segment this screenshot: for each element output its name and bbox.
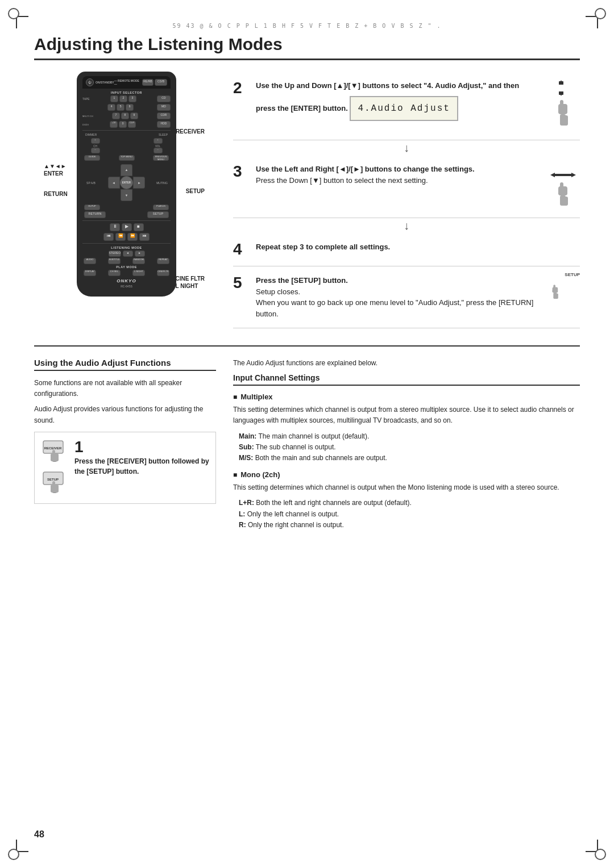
power-btn[interactable]: ⏻ [86,78,94,86]
btn-5[interactable]: 5 [117,104,125,111]
btn-6[interactable]: 6 [126,104,134,111]
row-456-md: X 4 5 6 MD [82,104,171,111]
btn-fwd[interactable]: ⏩ [127,233,138,241]
svg-rect-11 [555,174,571,176]
re-rb-btn[interactable]: RE/RB [142,79,154,86]
svg-rect-6 [560,100,563,108]
transport-row2: ⏮ ⏪ ⏩ ⏭ [82,233,171,241]
btn-pause[interactable]: ⏸ [110,223,120,231]
step-3-normal: Press the Down [▼] button to select the … [256,176,428,185]
ms-setting: M/S: Both the main and sub channels are … [233,453,580,464]
btn-lm-next[interactable]: ► [135,251,145,257]
btn-dpad-left[interactable]: ◄ [108,177,120,189]
listening-mode-label: LISTENING MODE [82,246,171,249]
page-title: Adjusting the Listening Modes [34,35,580,60]
hand-setup-icon [546,275,565,309]
btn-vol-up[interactable]: + [154,138,163,144]
svg-rect-26 [52,450,55,456]
btn-next[interactable]: ⏭ [139,233,150,241]
btn-cd[interactable]: CD [157,95,171,102]
muting-label: MUTING [154,181,171,185]
btn-3[interactable]: 3 [128,95,136,102]
step-1-icons: RECEIVER SETUP [40,438,69,498]
btn-guide[interactable]: GUIDE [84,155,100,161]
btn-ch-up[interactable]: + [91,138,100,144]
remote-model: RC-645S [82,285,171,288]
audio-subtitle-row: AUDIO SUBTITLE RANDOM REPEAT [82,258,171,264]
step-4-content: Repeat step 3 to complete all settings. [256,241,580,253]
btn-lm-prev[interactable]: ◄ [123,251,133,257]
btn-9[interactable]: 9 [130,112,138,119]
btn-stop[interactable]: ■ [134,223,144,231]
btn-plus10[interactable]: +10 [110,121,118,128]
btn-night[interactable]: L NIGHT [132,270,145,276]
btn-chsel[interactable]: CH SEL [108,270,121,276]
btn-2[interactable]: 2 [119,95,127,102]
step-5-text: Press the [SETUP] button. Setup closes. … [256,275,537,319]
hand-enter-icon [547,80,579,131]
svg-rect-31 [52,481,55,487]
r-label: R: [239,521,246,529]
cd-b-btn[interactable]: CD/B [155,79,167,86]
main-text: The main channel is output (default). [258,432,369,440]
btn-ch-down[interactable]: – [91,148,100,153]
main-layout: ▲▼◄► ENTER RETURN RECEIVER SETUP CINE FL… [34,72,580,328]
lr-text: Both the left and right channels are out… [256,499,412,507]
separator-2 [82,220,171,221]
step-3-4-arrow: ↓ [233,218,580,233]
step-3: 3 Use the Left and Right [◄]/[►] buttons… [233,155,580,218]
btn-top-menu[interactable]: TOP MENU [119,155,135,161]
btn-hdd[interactable]: HDD [157,121,171,128]
step-2-icon [546,80,580,131]
step-1-block: RECEIVER SETUP 1 Press the [34,432,216,504]
lcd-display: 4.Audio Adjust [350,96,458,121]
btn-4[interactable]: 4 [107,104,115,111]
btn-dpad-up[interactable]: ▲ [121,164,132,176]
btn-md[interactable]: MD [157,104,171,111]
remote-wrapper: ▲▼◄► ENTER RETURN RECEIVER SETUP CINE FL… [43,72,208,297]
btn-prev[interactable]: ⏮ [103,233,114,241]
btn-cdr[interactable]: CDR [157,112,171,119]
btn-stereo[interactable]: STEREO [109,251,121,257]
btn-vol-down[interactable]: – [154,148,163,153]
btn-return[interactable]: RETURN [84,211,106,218]
step-5-icon: SETUP [546,275,580,309]
btn-dpad-down[interactable]: ▼ [121,189,132,201]
l-text: Only the left channel is output. [247,510,339,518]
multiplex-heading: Multiplex [233,393,580,401]
guide-prev-row: GUIDE TOP MENU PREVIOUS MENU [82,155,171,161]
step-2-3-arrow: ↓ [233,140,580,155]
main-label: Main: [239,432,256,440]
btn-subtitle[interactable]: SUBTITLE [108,258,121,264]
btn-playlis[interactable]: PLAYLIS [153,205,169,210]
setup-icon-label: SETUP [565,272,580,277]
input-selector-rows: TAPE 1 2 3 CD X [82,95,171,128]
row-10-0-clr-hdd: DVDV +10 0 CLR HDD [82,121,171,128]
btn-cinfltr[interactable]: CINEFLTR [157,270,169,276]
btn-repeat[interactable]: REPEAT [157,258,169,264]
right-column: 2 Use the Up and Down [▲]/[▼] buttons to… [233,72,580,328]
btn-play[interactable]: ▶ [122,223,132,231]
btn-hlpup[interactable]: HLPUP [84,205,100,210]
btn-0[interactable]: 0 [119,121,127,128]
step-3-text: Use the Left and Right [◄]/[►] buttons t… [256,164,537,186]
svg-rect-21 [555,293,558,299]
step-3-icon [546,164,580,209]
btn-enter[interactable]: ENTER [120,176,133,189]
btn-prev-menu[interactable]: PREVIOUS MENU [153,155,169,161]
btn-rew[interactable]: ⏪ [115,233,126,241]
btn-random[interactable]: RANDOM [132,258,145,264]
row-multi-789-cdr: MULTI CH 7 8 9 CDR [82,112,171,119]
btn-setup[interactable]: SETUP [147,211,169,218]
btn-8[interactable]: 8 [121,112,129,119]
svg-marker-9 [550,173,555,177]
btn-display[interactable]: DISPLAY [84,270,96,276]
row-tape-123-cd: TAPE 1 2 3 CD [82,95,171,102]
btn-audio[interactable]: AUDIO [84,258,96,264]
btn-7[interactable]: 7 [112,112,120,119]
steps-container: 2 Use the Up and Down [▲]/[▼] buttons to… [233,72,580,328]
btn-clr[interactable]: CLR [128,121,136,128]
btn-1[interactable]: 1 [110,95,118,102]
btn-dpad-right[interactable]: ► [133,177,145,189]
intro-text: Some functions are not available with al… [34,378,216,399]
